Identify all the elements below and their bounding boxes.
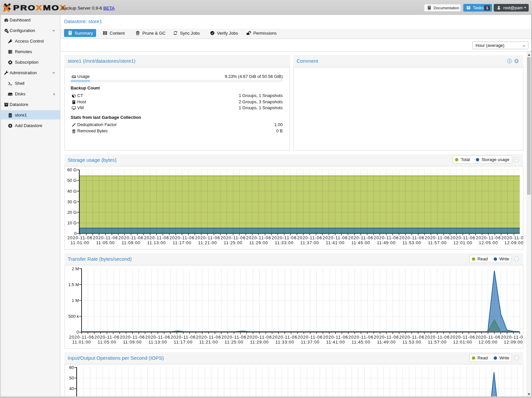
svg-text:12:05:00: 12:05:00 bbox=[479, 340, 498, 345]
svg-text:2020-11-06: 2020-11-06 bbox=[425, 335, 450, 340]
svg-text:11:13:00: 11:13:00 bbox=[147, 240, 166, 245]
svg-text:2020-11-06: 2020-11-06 bbox=[221, 335, 246, 340]
svg-text:2020-11-06: 2020-11-06 bbox=[298, 335, 323, 340]
svg-text:11:05:00: 11:05:00 bbox=[96, 240, 115, 245]
svg-text:50: 50 bbox=[69, 376, 74, 381]
svg-text:10 G: 10 G bbox=[67, 220, 77, 225]
svg-text:11:33:00: 11:33:00 bbox=[275, 240, 294, 245]
svg-text:2020-11-06: 2020-11-06 bbox=[272, 335, 297, 340]
svg-text:2020-11-06: 2020-11-06 bbox=[247, 335, 272, 340]
svg-text:40: 40 bbox=[69, 386, 74, 391]
svg-text:11:09:00: 11:09:00 bbox=[122, 240, 140, 245]
svg-text:60 G: 60 G bbox=[67, 167, 77, 172]
svg-text:11:41:00: 11:41:00 bbox=[326, 240, 345, 245]
svg-text:12:09:00: 12:09:00 bbox=[504, 240, 523, 245]
svg-text:2020-11-06: 2020-11-06 bbox=[271, 235, 297, 240]
svg-text:1 M: 1 M bbox=[72, 298, 79, 303]
svg-text:2020-11-06: 2020-11-06 bbox=[169, 235, 195, 240]
svg-text:30 G: 30 G bbox=[67, 199, 77, 204]
svg-text:2020-11-06: 2020-11-06 bbox=[323, 335, 348, 340]
svg-text:12:01:00: 12:01:00 bbox=[453, 340, 472, 345]
svg-text:2 M: 2 M bbox=[72, 266, 79, 271]
svg-text:2020-11-06: 2020-11-06 bbox=[399, 335, 424, 340]
svg-text:20 G: 20 G bbox=[67, 210, 77, 215]
svg-text:11:37:00: 11:37:00 bbox=[301, 340, 320, 345]
svg-text:11:17:00: 11:17:00 bbox=[174, 340, 193, 345]
svg-text:2020-11-06: 2020-11-06 bbox=[67, 235, 92, 240]
svg-text:2020-11-06: 2020-11-06 bbox=[476, 235, 501, 240]
svg-text:2020-11-06: 2020-11-06 bbox=[144, 235, 169, 240]
svg-text:11:13:00: 11:13:00 bbox=[148, 340, 167, 345]
svg-text:12:09:00: 12:09:00 bbox=[504, 340, 523, 345]
svg-text:2020-11-06: 2020-11-06 bbox=[94, 335, 120, 340]
svg-text:12:01:00: 12:01:00 bbox=[453, 240, 473, 245]
svg-text:2020-11-06: 2020-11-06 bbox=[145, 335, 170, 340]
svg-text:2020-11-06: 2020-11-06 bbox=[348, 335, 373, 340]
svg-text:11:25:00: 11:25:00 bbox=[224, 240, 242, 245]
svg-text:11:49:00: 11:49:00 bbox=[377, 240, 396, 245]
svg-text:11:53:00: 11:53:00 bbox=[403, 340, 421, 345]
svg-text:2020-11-06: 2020-11-06 bbox=[374, 335, 399, 340]
svg-text:12:05:00: 12:05:00 bbox=[479, 240, 498, 245]
svg-text:2020-11-06: 2020-11-06 bbox=[425, 235, 450, 240]
svg-text:500 k: 500 k bbox=[68, 314, 79, 319]
svg-text:11:17:00: 11:17:00 bbox=[173, 240, 192, 245]
svg-text:11:57:00: 11:57:00 bbox=[428, 340, 446, 345]
svg-text:11:37:00: 11:37:00 bbox=[300, 240, 319, 245]
svg-text:11:21:00: 11:21:00 bbox=[199, 340, 218, 345]
svg-text:11:09:00: 11:09:00 bbox=[123, 340, 142, 345]
svg-text:2020-11-06: 2020-11-06 bbox=[195, 235, 220, 240]
svg-text:2020-11-06: 2020-11-06 bbox=[348, 235, 373, 240]
svg-text:2020-11-06: 2020-11-06 bbox=[120, 335, 145, 340]
svg-text:11:01:00: 11:01:00 bbox=[72, 340, 91, 345]
svg-text:2020-11-06: 2020-11-06 bbox=[69, 335, 94, 340]
svg-text:2020-11-06: 2020-11-06 bbox=[501, 335, 523, 340]
svg-text:11:53:00: 11:53:00 bbox=[403, 240, 421, 245]
svg-text:11:49:00: 11:49:00 bbox=[377, 340, 396, 345]
svg-text:50 G: 50 G bbox=[67, 178, 77, 183]
svg-text:11:05:00: 11:05:00 bbox=[97, 340, 116, 345]
svg-text:2020-11-06: 2020-11-06 bbox=[119, 235, 144, 240]
svg-text:2020-11-06: 2020-11-06 bbox=[171, 335, 196, 340]
svg-text:60: 60 bbox=[69, 365, 74, 370]
svg-text:11:29:00: 11:29:00 bbox=[250, 340, 269, 345]
svg-text:2020-11-06: 2020-11-06 bbox=[374, 235, 399, 240]
svg-text:2020-11-06: 2020-11-06 bbox=[450, 335, 475, 340]
svg-text:11:45:00: 11:45:00 bbox=[352, 340, 371, 345]
svg-text:11:57:00: 11:57:00 bbox=[428, 240, 447, 245]
svg-text:2020-11-06: 2020-11-06 bbox=[297, 235, 322, 240]
svg-text:11:45:00: 11:45:00 bbox=[351, 240, 370, 245]
svg-text:2020-11-06: 2020-11-06 bbox=[323, 235, 348, 240]
svg-text:2020-11-06: 2020-11-06 bbox=[196, 335, 221, 340]
svg-text:0: 0 bbox=[77, 330, 79, 335]
svg-text:2020-11-06: 2020-11-06 bbox=[476, 335, 501, 340]
svg-text:2020-11-06: 2020-11-06 bbox=[221, 235, 246, 240]
svg-text:11:21:00: 11:21:00 bbox=[198, 240, 217, 245]
svg-text:11:33:00: 11:33:00 bbox=[275, 340, 294, 345]
svg-text:1.5 M: 1.5 M bbox=[68, 282, 79, 287]
svg-text:2020-11-06: 2020-11-06 bbox=[399, 235, 424, 240]
svg-text:11:41:00: 11:41:00 bbox=[326, 340, 345, 345]
svg-text:11:29:00: 11:29:00 bbox=[249, 240, 268, 245]
svg-text:11:25:00: 11:25:00 bbox=[225, 340, 243, 345]
svg-text:2020-11-06: 2020-11-06 bbox=[450, 235, 476, 240]
svg-text:2020-11-06: 2020-11-06 bbox=[501, 235, 523, 240]
svg-text:40 G: 40 G bbox=[67, 189, 77, 194]
svg-text:2020-11-06: 2020-11-06 bbox=[246, 235, 271, 240]
svg-text:11:01:00: 11:01:00 bbox=[71, 240, 89, 245]
svg-text:2020-11-06: 2020-11-06 bbox=[93, 235, 118, 240]
